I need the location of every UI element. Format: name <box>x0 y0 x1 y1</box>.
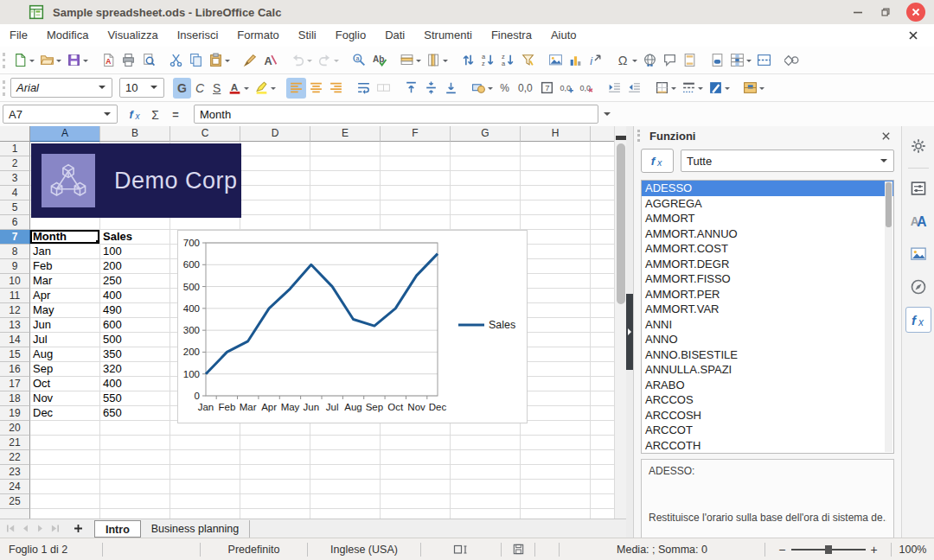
cell-partial[interactable] <box>591 245 614 259</box>
cell-B17[interactable]: 400 <box>100 377 170 391</box>
cell-A7[interactable]: Month <box>30 230 100 245</box>
chevron-down-icon[interactable] <box>443 60 448 65</box>
row-header-14[interactable]: 14 <box>0 333 30 347</box>
function-list-item[interactable]: AMMORT <box>642 211 893 226</box>
cell-A11[interactable]: Apr <box>30 289 100 303</box>
function-list-item[interactable]: AMMORT.COST <box>642 241 893 257</box>
cell-E25[interactable] <box>310 494 381 509</box>
cell-G3[interactable] <box>451 171 521 186</box>
equals-icon[interactable]: = <box>166 105 187 124</box>
cell-partial[interactable] <box>591 450 614 465</box>
cell-E5[interactable] <box>310 200 381 215</box>
bold-button[interactable]: G <box>173 78 191 99</box>
cell-F25[interactable] <box>381 494 451 509</box>
row-header-17[interactable]: 17 <box>0 377 30 391</box>
spelling-button[interactable]: Ab <box>369 50 389 71</box>
cell-B15[interactable]: 350 <box>100 347 170 362</box>
menu-item-aiuto[interactable]: Aiuto <box>541 24 586 47</box>
chevron-down-icon[interactable] <box>671 87 676 92</box>
clone-formatting-button[interactable] <box>240 50 260 71</box>
cell-A15[interactable]: Aug <box>30 347 100 362</box>
border-color-button[interactable] <box>706 78 732 99</box>
align-right-button[interactable] <box>326 78 346 99</box>
cell-H19[interactable] <box>521 406 591 421</box>
last-sheet-icon[interactable] <box>48 522 62 536</box>
chevron-down-icon[interactable] <box>56 60 61 65</box>
cell-C23[interactable] <box>170 465 240 480</box>
italic-button[interactable]: C <box>191 78 208 99</box>
row-header-25[interactable]: 25 <box>0 494 30 509</box>
freeze-rows-columns-button[interactable] <box>727 50 754 71</box>
cell-partial[interactable] <box>591 347 614 362</box>
name-box[interactable]: A7 <box>3 105 118 124</box>
column-header-B[interactable]: B <box>100 126 170 142</box>
close-button[interactable] <box>906 3 925 22</box>
row-header-4[interactable]: 4 <box>0 186 30 200</box>
sidebar-tab-styles-deck[interactable]: AA <box>902 208 934 234</box>
align-top-button[interactable] <box>401 78 421 99</box>
insert-image-button[interactable] <box>546 50 566 71</box>
chevron-down-icon[interactable] <box>725 87 730 92</box>
cell-partial[interactable] <box>591 391 614 406</box>
row-header-16[interactable]: 16 <box>0 362 30 377</box>
cell-partial[interactable] <box>591 494 614 509</box>
menu-item-dati[interactable]: Dati <box>375 24 414 47</box>
row-header-18[interactable]: 18 <box>0 391 30 406</box>
column-header-C[interactable]: C <box>170 126 240 142</box>
chevron-down-icon[interactable] <box>746 60 752 65</box>
cell-H6[interactable] <box>521 215 591 230</box>
cell-G6[interactable] <box>451 215 521 230</box>
cell-H13[interactable] <box>521 318 591 333</box>
cell-D26[interactable] <box>240 509 310 519</box>
cell-H3[interactable] <box>521 171 591 186</box>
toolbar-grip[interactable] <box>3 53 8 68</box>
currency-format-button[interactable] <box>469 78 496 99</box>
insert-chart-button[interactable] <box>566 50 585 71</box>
cell-H1[interactable] <box>521 142 591 156</box>
function-list-item[interactable]: ANNI <box>642 317 893 333</box>
cell-B14[interactable]: 500 <box>100 333 170 347</box>
special-character-button[interactable]: Ω <box>613 50 640 71</box>
zoom-slider[interactable]: − + <box>765 538 891 560</box>
sheet-tab-business-planning[interactable]: Business planning <box>141 520 250 538</box>
cell-B12[interactable]: 490 <box>100 303 170 318</box>
selection-summary[interactable]: Media: ; Somma: 0 <box>617 544 707 556</box>
cell-H17[interactable] <box>521 377 591 391</box>
cell-H21[interactable] <box>521 436 591 450</box>
row-header-9[interactable]: 9 <box>0 259 30 274</box>
cell-B16[interactable]: 320 <box>100 362 170 377</box>
cell-F22[interactable] <box>381 450 451 465</box>
row-header-5[interactable]: 5 <box>0 200 30 215</box>
autofilter-button[interactable] <box>518 50 538 71</box>
cell-H5[interactable] <box>521 200 591 215</box>
cell-B22[interactable] <box>100 450 170 465</box>
align-bottom-button[interactable] <box>441 78 461 99</box>
add-sheet-icon[interactable] <box>71 522 86 536</box>
chevron-down-icon[interactable] <box>150 86 157 92</box>
insert-mode-icon[interactable] <box>421 538 501 560</box>
function-list-item[interactable]: AMMORT.ANNUO <box>642 226 893 242</box>
cell-E21[interactable] <box>310 436 381 450</box>
cell-E24[interactable] <box>310 480 381 494</box>
cell-C22[interactable] <box>170 450 240 465</box>
cell-A17[interactable]: Oct <box>30 377 100 391</box>
cell-G4[interactable] <box>451 186 521 200</box>
menu-item-formato[interactable]: Formato <box>227 24 288 47</box>
new-document-button[interactable] <box>10 50 37 71</box>
cell-F26[interactable] <box>381 509 451 519</box>
number-format-button[interactable]: 0,0 <box>514 78 537 99</box>
row-header-13[interactable]: 13 <box>0 318 30 333</box>
sidebar-splitter[interactable] <box>626 126 633 538</box>
row-header-8[interactable]: 8 <box>0 245 30 259</box>
underline-button[interactable]: S <box>208 78 225 99</box>
cell-C25[interactable] <box>170 494 240 509</box>
list-scrollbar[interactable] <box>885 181 892 452</box>
cell-A21[interactable] <box>30 436 100 450</box>
cell-H4[interactable] <box>521 186 591 200</box>
sidebar-hide-button[interactable] <box>626 294 633 370</box>
zoom-out-icon[interactable]: − <box>778 543 785 557</box>
cell-D23[interactable] <box>240 465 310 480</box>
function-list-item[interactable]: ANNO <box>642 332 893 347</box>
previous-sheet-icon[interactable] <box>18 522 33 536</box>
save-button[interactable] <box>64 50 91 71</box>
